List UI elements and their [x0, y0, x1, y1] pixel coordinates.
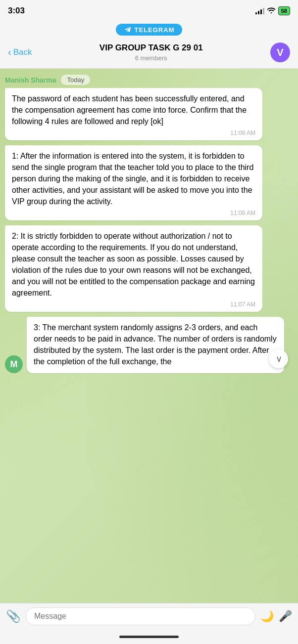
back-label: Back [13, 47, 32, 57]
telegram-icon [124, 26, 132, 34]
wifi-icon [267, 7, 275, 15]
message-text-2: 1: After the information is entered into… [12, 150, 255, 208]
telegram-bar: TELEGRAM [0, 22, 298, 39]
message-bubble-1: The password of each student has been su… [5, 88, 262, 140]
message-text-3: 2: It is strictly forbidden to operate w… [12, 230, 255, 299]
chevron-down-icon: ∨ [276, 353, 282, 364]
message-time-3: 11:07 AM [12, 301, 255, 308]
member-count: 6 members [32, 54, 270, 62]
message-text-1: The password of each student has been su… [12, 93, 255, 128]
input-bar: 📎 🌙 🎤 [0, 603, 298, 629]
message-bubble-4: 3: The merchant system randomly assigns … [27, 317, 284, 374]
telegram-label: TELEGRAM [135, 26, 175, 34]
message-bubble-3: 2: It is strictly forbidden to operate w… [5, 225, 262, 312]
nav-title-group: VIP GROUP TASK G 29 01 6 members [32, 43, 270, 61]
telegram-pill: TELEGRAM [116, 24, 183, 36]
message-time-2: 11:06 AM [12, 210, 255, 216]
message-time-1: 11:06 AM [12, 129, 255, 136]
back-button[interactable]: ‹ Back [8, 47, 32, 58]
battery-indicator: 58 [278, 6, 290, 15]
scroll-down-button[interactable]: ∨ [269, 349, 288, 368]
back-chevron-icon: ‹ [8, 46, 11, 58]
microphone-button[interactable]: 🎤 [279, 610, 292, 623]
message-input[interactable] [26, 607, 255, 625]
signal-icon [255, 7, 264, 14]
sticker-button[interactable]: 🌙 [260, 610, 274, 623]
message-text-4: 3: The merchant system randomly assigns … [34, 322, 277, 368]
chat-title: VIP GROUP TASK G 29 01 [32, 43, 270, 53]
nav-header: ‹ Back VIP GROUP TASK G 29 01 6 members … [0, 39, 298, 69]
sender-row: Manish Sharma Today [5, 75, 293, 85]
attach-button[interactable]: 📎 [6, 609, 21, 623]
status-bar: 3:03 58 [0, 0, 298, 22]
status-time: 3:03 [8, 6, 25, 16]
group-avatar[interactable]: V [270, 43, 290, 62]
date-badge: Today [61, 75, 90, 85]
home-indicator [0, 629, 298, 644]
status-icons: 58 [255, 6, 290, 15]
message-bubble-2: 1: After the information is entered into… [5, 145, 262, 220]
chat-area: Manish Sharma Today The password of each… [0, 69, 298, 603]
home-bar [119, 636, 179, 638]
sender-avatar: M [5, 355, 23, 373]
sender-name: Manish Sharma [5, 76, 56, 84]
